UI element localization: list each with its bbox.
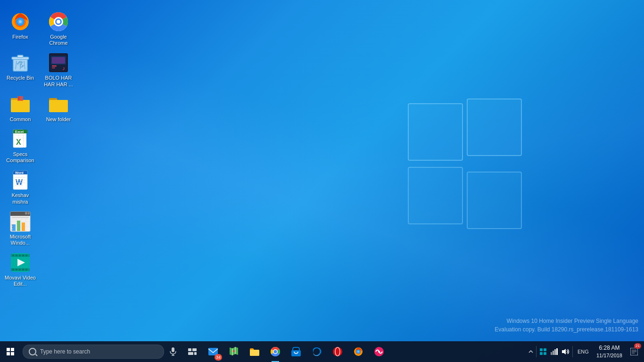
maps-icon xyxy=(229,346,239,357)
bolo-har-label: BOLO HAR HAR HAR ... xyxy=(42,75,74,87)
chrome-icon xyxy=(48,11,69,32)
desktop-icon-chrome[interactable]: Google Chrome xyxy=(41,9,76,48)
silk-icon xyxy=(374,346,384,357)
icon-row-6: Movavi Video Edit... xyxy=(2,250,76,289)
tray-language-button[interactable]: ENG xyxy=(574,341,593,362)
winbox-tray-icon xyxy=(540,348,546,355)
svg-rect-118 xyxy=(544,352,546,355)
svg-point-16 xyxy=(57,20,60,24)
svg-rect-5 xyxy=(467,99,521,156)
svg-rect-58 xyxy=(12,219,29,219)
svg-rect-94 xyxy=(188,352,193,355)
icon-row-0: Firefox xyxy=(2,9,76,48)
svg-rect-80 xyxy=(16,269,17,271)
desktop-icon-bolo-har[interactable]: ♪ BOLO HAR HAR HAR ... xyxy=(41,50,76,89)
svg-text:W: W xyxy=(16,178,23,186)
svg-text:Word: Word xyxy=(15,171,24,174)
desktop-icon-firefox[interactable]: Firefox xyxy=(2,9,38,48)
taskbar-silk-app[interactable] xyxy=(369,341,389,362)
icon-row-4: Word W Keshav mishra xyxy=(2,168,76,206)
cortana-mic-button[interactable] xyxy=(164,341,182,362)
svg-rect-89 xyxy=(172,347,174,352)
svg-rect-78 xyxy=(25,255,27,256)
svg-rect-66 xyxy=(17,221,20,231)
common-label: Common xyxy=(10,116,31,123)
taskbar-clock[interactable]: 6:28 AM 11/17/2018 xyxy=(593,341,626,362)
svg-point-114 xyxy=(378,351,380,353)
movavi-icon xyxy=(10,252,31,273)
svg-rect-67 xyxy=(22,222,25,231)
svg-rect-81 xyxy=(19,269,21,271)
file-explorer-icon xyxy=(249,347,260,356)
taskbar-chrome-app[interactable] xyxy=(265,341,286,362)
desktop-icon-keshav-mishra[interactable]: Word W Keshav mishra xyxy=(2,168,38,206)
taskbar-mail-app[interactable]: 34 xyxy=(203,341,223,362)
desktop-icons-container: Firefox xyxy=(0,5,79,294)
show-hidden-tray-button[interactable] xyxy=(527,341,535,362)
svg-rect-117 xyxy=(540,352,543,355)
windows-logo-decoration xyxy=(404,94,526,240)
notification-center-button[interactable]: 21 xyxy=(626,341,642,362)
svg-rect-115 xyxy=(540,348,543,351)
svg-rect-83 xyxy=(25,269,27,271)
mail-badge: 34 xyxy=(215,354,222,361)
firefox-icon xyxy=(10,11,31,32)
taskbar-store-app[interactable] xyxy=(286,341,306,362)
svg-rect-7 xyxy=(467,172,521,229)
taskbar-firefox-app[interactable] xyxy=(348,341,369,362)
svg-rect-30 xyxy=(17,96,23,101)
svg-point-103 xyxy=(274,350,277,354)
firefox-taskbar-icon xyxy=(353,346,363,357)
search-placeholder-text: Type here to search xyxy=(40,348,90,355)
svg-rect-31 xyxy=(18,97,19,100)
recycle-bin-icon xyxy=(10,52,31,73)
word-icon: Word W xyxy=(10,170,31,190)
tray-network-icon[interactable] xyxy=(549,341,560,362)
svg-point-100 xyxy=(233,350,235,352)
start-button[interactable] xyxy=(0,341,21,362)
taskbar-edge-app[interactable] xyxy=(306,341,327,362)
desktop-icon-specs-comparison[interactable]: X Excel Specs Comparison xyxy=(2,127,38,165)
taskbar-file-explorer-app[interactable] xyxy=(244,341,265,362)
desktop-icon-common[interactable]: Common xyxy=(2,92,38,124)
taskbar: Type here to search xyxy=(0,341,644,362)
volume-icon xyxy=(562,348,570,355)
svg-rect-77 xyxy=(22,255,24,256)
taskbar-date-display: 11/17/2018 xyxy=(596,352,622,359)
taskbar-search[interactable]: Type here to search xyxy=(23,345,164,359)
network-icon xyxy=(551,348,558,355)
svg-rect-92 xyxy=(188,348,191,351)
svg-rect-26 xyxy=(52,57,65,64)
svg-rect-121 xyxy=(554,349,556,355)
desktop-icon-movavi[interactable]: Movavi Video Edit... xyxy=(2,250,38,289)
svg-rect-55 xyxy=(25,212,27,214)
taskview-button[interactable] xyxy=(182,341,203,362)
desktop-icon-microsoft-windo[interactable]: lo 15 30 Microsoft Windo... xyxy=(2,209,38,248)
svg-rect-76 xyxy=(19,255,21,256)
specs-comparison-label: Specs Comparison xyxy=(4,151,36,164)
chevron-up-icon xyxy=(528,349,533,354)
svg-rect-6 xyxy=(408,167,462,224)
tray-winbox-icon[interactable] xyxy=(537,341,549,362)
taskbar-opera-app[interactable] xyxy=(327,341,348,362)
svg-rect-19 xyxy=(17,55,23,58)
chrome-taskbar-icon xyxy=(270,346,281,357)
desktop-icon-new-folder[interactable]: New folder xyxy=(41,92,76,124)
new-folder-icon xyxy=(48,94,69,115)
svg-rect-85 xyxy=(7,348,10,351)
movavi-label: Movavi Video Edit... xyxy=(4,275,36,287)
svg-text:15: 15 xyxy=(11,226,14,229)
tray-volume-icon[interactable] xyxy=(560,341,571,362)
taskbar-maps-app[interactable] xyxy=(223,341,244,362)
svg-rect-82 xyxy=(22,269,24,271)
microsoft-windo-label: Microsoft Windo... xyxy=(4,234,36,246)
watermark-line2: Evaluation copy. Build 18290.rs_prerelea… xyxy=(495,325,638,334)
svg-rect-75 xyxy=(16,255,17,256)
svg-rect-28 xyxy=(52,67,55,68)
svg-rect-116 xyxy=(544,348,546,351)
svg-rect-74 xyxy=(12,255,14,256)
desktop-icon-recycle-bin[interactable]: Recycle Bin xyxy=(2,50,38,89)
bolo-har-icon: ♪ xyxy=(48,52,69,73)
svg-rect-95 xyxy=(194,352,197,355)
common-folder-icon xyxy=(10,94,31,115)
